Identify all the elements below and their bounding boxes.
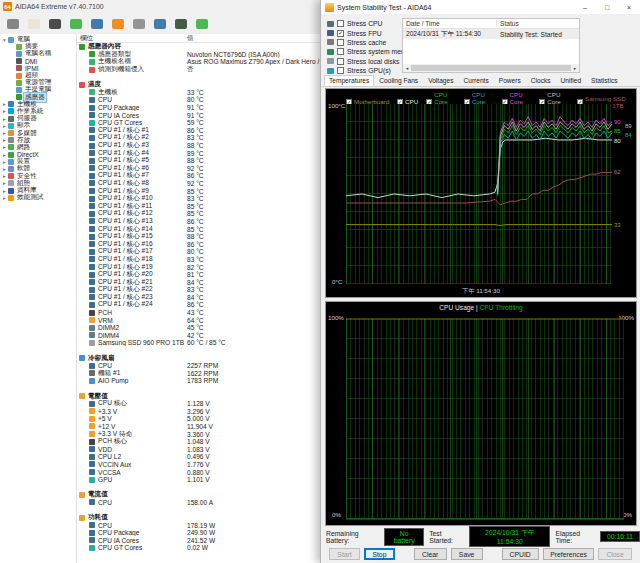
tab-statistics[interactable]: Statistics <box>586 75 622 86</box>
checkbox-gpu[interactable] <box>337 67 344 74</box>
close-button[interactable]: × <box>618 0 640 14</box>
sensor-item-row[interactable]: CPU80 °C <box>77 96 322 104</box>
checkbox-disk[interactable] <box>337 58 344 65</box>
memory-bar-icon[interactable] <box>70 19 82 29</box>
aida64-titlebar[interactable]: 64 AIDA64 Extreme v7.40.7100 <box>0 0 322 13</box>
sidebar-item-sensor[interactable]: 感應器 <box>0 94 76 101</box>
sensor-item-row[interactable]: CPU GT Cores0.02 W <box>77 544 322 552</box>
stop-button[interactable]: Stop <box>364 548 395 560</box>
sensor-item-row[interactable]: CPU Package91 °C <box>77 104 322 112</box>
cpuid-button[interactable]: CPUID <box>502 548 539 560</box>
sensor-item-row[interactable]: CPU 核心1.128 V <box>77 400 322 408</box>
expander-closed-icon[interactable]: ▸ <box>1 123 8 129</box>
scroll-thumb[interactable] <box>411 65 571 71</box>
tab-clocks[interactable]: Clocks <box>526 75 556 86</box>
sidebar-item-security[interactable]: ▸安全性 <box>0 173 76 180</box>
tab-cooling-fans[interactable]: Cooling Fans <box>374 75 423 86</box>
save-button[interactable]: Save <box>451 548 483 560</box>
benchmark-icon[interactable] <box>154 19 166 29</box>
sidebar-item-storage[interactable]: ▸存放 <box>0 137 76 144</box>
expander-closed-icon[interactable]: ▸ <box>1 108 8 114</box>
expander-closed-icon[interactable]: ▸ <box>1 152 8 158</box>
sensor-item-row[interactable]: CPU L20.496 V <box>77 453 322 461</box>
sidebar-item-os[interactable]: ▸作業系統 <box>0 108 76 115</box>
expander-closed-icon[interactable]: ▸ <box>1 130 8 136</box>
sidebar-item-computer-name[interactable]: 電腦名稱 <box>0 50 76 57</box>
wave-icon[interactable] <box>49 19 61 29</box>
scroll-left-icon[interactable]: ◂ <box>403 64 411 72</box>
expander-closed-icon[interactable]: ▸ <box>1 144 8 150</box>
sensor-item-row[interactable]: AIO Pump1783 RPM <box>77 377 322 385</box>
sidebar-item-display[interactable]: ▸顯示 <box>0 122 76 129</box>
expander-closed-icon[interactable]: ▸ <box>1 116 8 122</box>
sensor-item-row[interactable]: 主機板33 °C <box>77 89 322 97</box>
sensor-item-row[interactable]: Samsung SSD 960 PRO 1TB60 °C / 85 °C <box>77 339 322 347</box>
log-hscrollbar[interactable]: ◂ ▸ <box>403 64 579 72</box>
sensor-section-row[interactable]: 冷卻風扇 <box>77 354 322 362</box>
sensor-item-row[interactable]: CPU158.00 A <box>77 499 322 507</box>
sensor-item-row[interactable]: VDD1.083 V <box>77 445 322 453</box>
database-icon[interactable] <box>175 19 187 29</box>
report-icon[interactable] <box>28 19 40 29</box>
sensor-item-row[interactable]: 機箱 #11622 RPM <box>77 370 322 378</box>
sensor-item-row[interactable]: PCH43 °C <box>77 309 322 317</box>
field-column-header[interactable]: 欄位 <box>77 34 187 43</box>
sensor-item-row[interactable]: CPU IA Cores241.52 W <box>77 537 322 545</box>
sidebar-item-devices[interactable]: ▸裝置 <box>0 158 76 165</box>
sidebar-item-multimedia[interactable]: ▸多媒體 <box>0 129 76 136</box>
scroll-right-icon[interactable]: ▸ <box>571 64 579 72</box>
sensor-item-row[interactable]: CPU #1 / 核心 #2486 °C <box>77 301 322 309</box>
expander-closed-icon[interactable]: ▸ <box>1 101 8 107</box>
maximize-button[interactable]: □ <box>596 0 618 14</box>
sensor-item-row[interactable]: 偵測到機箱侵入否 <box>77 66 322 74</box>
log-col-datetime[interactable]: Date / Time <box>403 20 497 27</box>
tab-currents[interactable]: Currents <box>458 75 493 86</box>
sidebar-item-server[interactable]: ▸伺服器 <box>0 115 76 122</box>
sensor-item-row[interactable]: VCCSA0.880 V <box>77 468 322 476</box>
sensor-item-row[interactable]: PCH 核心1.048 V <box>77 438 322 446</box>
expander-closed-icon[interactable]: ▸ <box>1 188 8 194</box>
tools-icon[interactable] <box>133 19 145 29</box>
log-col-status[interactable]: Status <box>497 20 519 27</box>
tab-temperatures[interactable]: Temperatures <box>324 75 374 86</box>
value-column-header[interactable]: 值 <box>187 34 194 43</box>
burn-in-icon[interactable] <box>112 19 124 29</box>
monitor-icon[interactable] <box>91 19 103 29</box>
sidebar-item-software[interactable]: ▸軟體 <box>0 165 76 172</box>
sensor-item-row[interactable]: CPU178.19 W <box>77 521 322 529</box>
minimize-button[interactable]: – <box>574 0 596 14</box>
sensor-item-row[interactable]: +3.3 V3.296 V <box>77 408 322 416</box>
checkbox-cpu[interactable] <box>337 20 344 27</box>
clock-icon[interactable] <box>196 19 208 29</box>
expander-open-icon[interactable]: ▾ <box>1 37 8 43</box>
sidebar-item-network[interactable]: ▸網路 <box>0 144 76 151</box>
sensor-item-row[interactable]: +5 V5.000 V <box>77 415 322 423</box>
sidebar-item-benchmark[interactable]: ▸效能測試 <box>0 194 76 201</box>
expander-closed-icon[interactable]: ▸ <box>1 180 8 186</box>
sensor-item-row[interactable]: VCCIN Aux1.776 V <box>77 461 322 469</box>
sensor-item-row[interactable]: CPU IA Cores91 °C <box>77 111 322 119</box>
expander-closed-icon[interactable]: ▸ <box>1 195 8 201</box>
tab-unified[interactable]: Unified <box>556 75 587 86</box>
sensor-section-row[interactable]: 電流值 <box>77 491 322 499</box>
stability-titlebar[interactable]: System Stability Test - AIDA64 –□× <box>321 0 640 14</box>
sidebar-item-config[interactable]: ▸組態 <box>0 180 76 187</box>
expander-closed-icon[interactable]: ▸ <box>1 173 8 179</box>
tab-powers[interactable]: Powers <box>494 75 526 86</box>
sidebar-item-directx[interactable]: ▸DirectX <box>0 151 76 158</box>
clear-button[interactable]: Clear <box>414 548 447 560</box>
checkbox-memory[interactable] <box>337 48 344 55</box>
checkbox-cache[interactable] <box>337 39 344 46</box>
expander-closed-icon[interactable]: ▸ <box>1 166 8 172</box>
expander-closed-icon[interactable]: ▸ <box>1 137 8 143</box>
sensor-item-row[interactable]: DIMM442 °C <box>77 332 322 340</box>
tab-voltages[interactable]: Voltages <box>423 75 458 86</box>
log-row[interactable]: 2024/10/31 下午 11:54:30 Stability Test: S… <box>403 29 579 39</box>
sensor-item-row[interactable]: GPU1.101 V <box>77 476 322 484</box>
checkbox-fpu[interactable]: ✓ <box>337 30 344 37</box>
sensor-item-row[interactable]: VRM64 °C <box>77 316 322 324</box>
refresh-icon[interactable] <box>7 19 19 29</box>
preferences-button[interactable]: Preferences <box>543 548 594 560</box>
sensor-item-row[interactable]: CPU Package249.90 W <box>77 529 322 537</box>
expander-closed-icon[interactable]: ▸ <box>1 159 8 165</box>
